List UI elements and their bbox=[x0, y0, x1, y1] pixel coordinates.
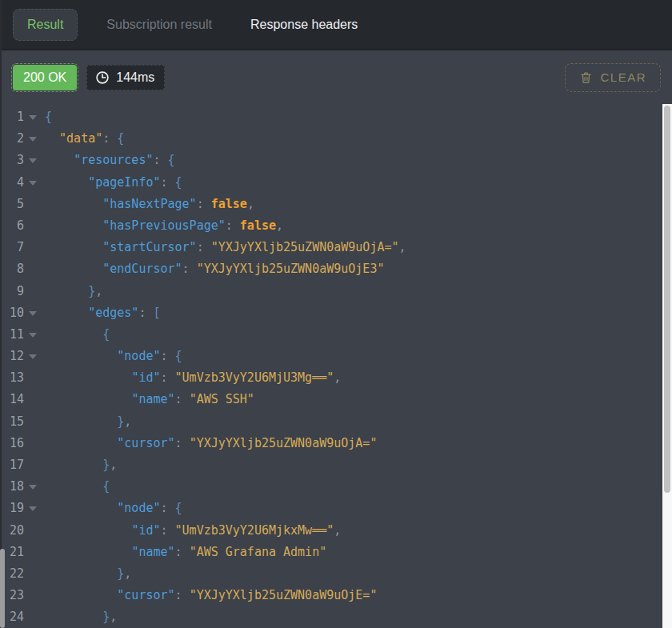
clock-icon bbox=[95, 70, 110, 85]
response-time-badge: 144ms bbox=[86, 65, 165, 90]
code-line-text: "name": "AWS Grafana Admin" bbox=[42, 542, 326, 563]
fold-gutter bbox=[24, 542, 42, 563]
fold-gutter bbox=[24, 150, 42, 171]
code-line: 13 "id": "UmVzb3VyY2U6MjU3Mg══", bbox=[0, 367, 672, 389]
code-line-text: { bbox=[42, 476, 110, 498]
code-line: 9 }, bbox=[0, 281, 672, 302]
line-number: 5 bbox=[0, 194, 24, 215]
fold-gutter bbox=[24, 454, 42, 476]
code-line: 12 "node": { bbox=[0, 346, 672, 367]
line-number: 2 bbox=[0, 128, 24, 150]
fold-gutter bbox=[24, 172, 42, 194]
tab-result[interactable]: Result bbox=[13, 9, 78, 41]
code-line-text: }, bbox=[42, 281, 102, 302]
fold-gutter bbox=[24, 302, 42, 324]
code-line-text: "hasPreviousPage": false, bbox=[42, 215, 283, 237]
fold-arrow-icon[interactable] bbox=[29, 333, 37, 338]
code-line-text: "hasNextPage": false, bbox=[42, 194, 254, 215]
line-number: 4 bbox=[0, 172, 24, 194]
fold-gutter bbox=[24, 106, 42, 128]
line-number: 8 bbox=[0, 258, 24, 280]
line-number: 3 bbox=[0, 150, 24, 171]
code-line: 11 { bbox=[0, 324, 672, 346]
fold-gutter bbox=[24, 585, 42, 606]
code-line-text: "pageInfo": { bbox=[42, 172, 182, 194]
code-line: 6 "hasPreviousPage": false, bbox=[0, 215, 672, 237]
fold-gutter bbox=[24, 281, 42, 302]
fold-gutter bbox=[24, 367, 42, 389]
right-scrollbar-track[interactable] bbox=[662, 104, 672, 628]
tab-response-headers[interactable]: Response headers bbox=[250, 18, 358, 32]
fold-arrow-icon[interactable] bbox=[29, 137, 37, 142]
code-line-text: "endCursor": "YXJyYXljb25uZWN0aW9uOjE3" bbox=[42, 258, 384, 280]
code-line-text: "node": { bbox=[42, 346, 182, 367]
code-editor[interactable]: 1{2 "data": {3 "resources": {4 "pageInfo… bbox=[0, 104, 672, 628]
tab-subscription-result[interactable]: Subscription result bbox=[106, 18, 212, 32]
code-line-text: { bbox=[42, 324, 110, 346]
fold-gutter bbox=[24, 215, 42, 237]
code-line-text: }, bbox=[42, 606, 117, 628]
left-scrollbar-thumb[interactable] bbox=[0, 549, 5, 628]
code-line: 21 "name": "AWS Grafana Admin" bbox=[0, 542, 672, 563]
trash-icon bbox=[579, 70, 593, 85]
code-line: 18 { bbox=[0, 476, 672, 498]
line-number: 11 bbox=[0, 324, 24, 346]
line-number: 17 bbox=[0, 454, 24, 476]
line-number: 12 bbox=[0, 346, 24, 367]
status-row: 200 OK 144ms CLEAR bbox=[0, 50, 672, 104]
line-number: 19 bbox=[0, 498, 24, 519]
fold-gutter bbox=[24, 324, 42, 346]
fold-arrow-icon[interactable] bbox=[29, 354, 37, 359]
fold-gutter bbox=[24, 128, 42, 150]
line-number: 10 bbox=[0, 302, 24, 324]
code-line: 5 "hasNextPage": false, bbox=[0, 194, 672, 215]
code-line-text: }, bbox=[42, 563, 131, 585]
code-line-text: "cursor": "YXJyYXljb25uZWN0aW9uOjA=" bbox=[42, 433, 377, 454]
line-number: 20 bbox=[0, 520, 24, 542]
line-number: 7 bbox=[0, 237, 24, 258]
line-number: 14 bbox=[0, 389, 24, 410]
fold-gutter bbox=[24, 389, 42, 410]
code-line: 22 }, bbox=[0, 563, 672, 585]
fold-arrow-icon[interactable] bbox=[29, 158, 37, 163]
code-line-text: "id": "UmVzb3VyY2U6MjkxMw══", bbox=[42, 520, 341, 542]
fold-gutter bbox=[24, 411, 42, 433]
clear-button[interactable]: CLEAR bbox=[565, 63, 661, 92]
fold-arrow-icon[interactable] bbox=[29, 506, 37, 511]
code-line-text: "edges": [ bbox=[42, 302, 161, 324]
code-line: 20 "id": "UmVzb3VyY2U6MjkxMw══", bbox=[0, 520, 672, 542]
code-line: 10 "edges": [ bbox=[0, 302, 672, 324]
code-line-text: "id": "UmVzb3VyY2U6MjU3Mg══", bbox=[42, 367, 341, 389]
pane-divider bbox=[0, 0, 2, 628]
code-line: 15 }, bbox=[0, 411, 672, 433]
code-line: 23 "cursor": "YXJyYXljb25uZWN0aW9uOjE=" bbox=[0, 585, 672, 606]
line-number: 1 bbox=[0, 106, 24, 128]
fold-arrow-icon[interactable] bbox=[29, 115, 37, 120]
status-badge: 200 OK bbox=[13, 65, 77, 90]
fold-arrow-icon[interactable] bbox=[29, 181, 37, 186]
right-scrollbar-thumb[interactable] bbox=[664, 106, 670, 493]
fold-arrow-icon[interactable] bbox=[29, 485, 37, 490]
fold-gutter bbox=[24, 520, 42, 542]
fold-gutter bbox=[24, 606, 42, 628]
code-line: 2 "data": { bbox=[0, 128, 672, 150]
code-lines: 1{2 "data": {3 "resources": {4 "pageInfo… bbox=[0, 106, 672, 628]
code-line-text: "resources": { bbox=[42, 150, 175, 171]
fold-arrow-icon[interactable] bbox=[29, 311, 37, 316]
fold-gutter bbox=[24, 346, 42, 367]
code-line: 19 "node": { bbox=[0, 498, 672, 519]
fold-gutter bbox=[24, 237, 42, 258]
response-time-label: 144ms bbox=[116, 70, 154, 85]
code-line-text: "name": "AWS SSH" bbox=[42, 389, 254, 410]
code-line: 17 }, bbox=[0, 454, 672, 476]
code-line: 3 "resources": { bbox=[0, 150, 672, 171]
code-line: 8 "endCursor": "YXJyYXljb25uZWN0aW9uOjE3… bbox=[0, 258, 672, 280]
result-tabbar: Result Subscription result Response head… bbox=[0, 0, 672, 50]
line-number: 13 bbox=[0, 367, 24, 389]
code-line: 16 "cursor": "YXJyYXljb25uZWN0aW9uOjA=" bbox=[0, 433, 672, 454]
code-line: 7 "startCursor": "YXJyYXljb25uZWN0aW9uOj… bbox=[0, 237, 672, 258]
code-line-text: "cursor": "YXJyYXljb25uZWN0aW9uOjE=" bbox=[42, 585, 377, 606]
code-line-text: "node": { bbox=[42, 498, 182, 519]
clear-button-label: CLEAR bbox=[600, 70, 646, 84]
fold-gutter bbox=[24, 476, 42, 498]
